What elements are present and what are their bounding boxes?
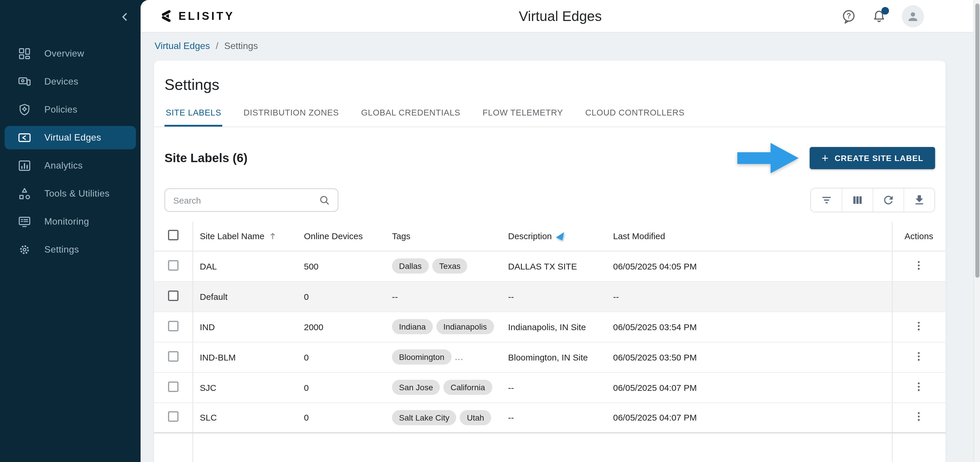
tab-site-labels[interactable]: SITE LABELS — [164, 108, 223, 127]
page-scrollbar[interactable] — [974, 0, 980, 462]
cell-online-devices: 2000 — [297, 312, 385, 342]
create-site-label-button-label: CREATE SITE LABEL — [834, 153, 923, 163]
table-filler-row — [154, 433, 946, 462]
filter-button[interactable] — [811, 188, 842, 212]
page-title: Settings — [154, 61, 946, 94]
tag-chip: California — [444, 380, 492, 395]
row-actions-kebab-icon[interactable] — [913, 350, 926, 363]
sidebar-item-label: Virtual Edges — [45, 132, 101, 143]
notification-badge-dot — [881, 7, 889, 14]
cell-tags: Salt Lake City Utah — [385, 403, 501, 433]
elisity-logo: ELISITY — [159, 9, 235, 23]
section-actions: + CREATE SITE LABEL — [738, 140, 935, 176]
breadcrumb: Virtual Edges / Settings — [141, 33, 980, 59]
cell-description: DALLAS TX SITE — [501, 251, 606, 281]
cell-description: -- — [501, 403, 606, 433]
cell-last-modified: 06/05/2025 03:50 PM — [606, 342, 892, 372]
topbar-actions: ? — [841, 5, 924, 27]
cell-online-devices: 500 — [297, 251, 385, 281]
cell-last-modified: 06/05/2025 04:07 PM — [606, 403, 892, 433]
sidebar-item-label: Settings — [45, 244, 79, 255]
row-checkbox[interactable] — [168, 351, 178, 362]
sidebar-item-label: Overview — [45, 48, 84, 59]
tag-chip: Indiana — [392, 319, 433, 334]
table-controls-row — [154, 184, 946, 221]
sidebar-item-label: Devices — [45, 76, 78, 87]
cell-online-devices: 0 — [297, 281, 385, 312]
avatar[interactable] — [902, 5, 924, 27]
table-row[interactable]: SLC 0 Salt Lake City Utah -- 06/05/2025 … — [154, 403, 946, 433]
tag-chip: Bloomington — [392, 349, 452, 365]
row-actions-kebab-icon[interactable] — [913, 319, 926, 332]
sidebar-item-overview[interactable]: Overview — [5, 42, 136, 65]
app-window: Overview Devices Policies Virtual Edges — [0, 0, 980, 462]
search-input[interactable] — [173, 195, 318, 205]
refresh-button[interactable] — [873, 188, 904, 212]
column-header-site-label-name[interactable]: Site Label Name — [192, 221, 297, 251]
row-checkbox[interactable] — [168, 411, 178, 422]
virtual-edge-icon — [18, 131, 32, 145]
row-checkbox[interactable] — [168, 381, 178, 392]
tag-chip: Dallas — [392, 258, 429, 274]
sidebar-item-tools-utilities[interactable]: Tools & Utilities — [5, 182, 136, 206]
column-header-tags[interactable]: Tags — [385, 221, 501, 251]
sidebar-item-virtual-edges[interactable]: Virtual Edges — [5, 126, 136, 149]
sidebar-item-analytics[interactable]: Analytics — [5, 154, 136, 177]
notifications-bell-icon[interactable] — [872, 8, 887, 24]
shapes-icon — [18, 187, 32, 201]
tag-chip: Utah — [460, 410, 491, 425]
cell-site-label-name: DAL — [192, 251, 297, 281]
tab-distribution-zones[interactable]: DISTRIBUTION ZONES — [242, 108, 340, 127]
table-row[interactable]: IND 2000 Indiana Indianapolis Indianapol… — [154, 312, 946, 342]
table-row[interactable]: IND-BLM 0 Bloomington ... Bloomington, I… — [154, 342, 946, 372]
cell-tags: San Jose California — [385, 372, 501, 403]
cell-online-devices: 0 — [297, 372, 385, 403]
tag-chip: Texas — [432, 258, 468, 274]
select-all-checkbox[interactable] — [168, 230, 178, 241]
row-checkbox[interactable] — [168, 260, 178, 270]
row-actions-kebab-icon[interactable] — [913, 410, 926, 423]
sidebar-item-devices[interactable]: Devices — [5, 70, 136, 93]
help-icon[interactable]: ? — [841, 8, 856, 24]
tab-global-credentials[interactable]: GLOBAL CREDENTIALS — [360, 108, 462, 127]
shield-gear-icon — [18, 103, 32, 117]
annotation-arrow-icon — [738, 140, 800, 176]
column-header-last-modified[interactable]: Last Modified — [606, 221, 892, 251]
tab-flow-telemetry[interactable]: FLOW TELEMETRY — [481, 108, 564, 127]
create-site-label-button[interactable]: + CREATE SITE LABEL — [810, 147, 935, 169]
table-row[interactable]: DAL 500 Dallas Texas DALLAS TX SITE 06/0… — [154, 251, 946, 281]
row-actions-kebab-icon[interactable] — [913, 259, 926, 272]
columns-button[interactable] — [842, 188, 873, 212]
breadcrumb-link-virtual-edges[interactable]: Virtual Edges — [154, 41, 210, 51]
sidebar-collapse-chevron-icon[interactable] — [118, 11, 131, 23]
cursor-icon — [555, 232, 565, 241]
breadcrumb-separator: / — [216, 41, 218, 51]
cell-online-devices: 0 — [297, 403, 385, 433]
sidebar-item-settings[interactable]: Settings — [5, 238, 136, 261]
column-header-online-devices[interactable]: Online Devices — [297, 221, 385, 251]
download-button[interactable] — [904, 188, 934, 212]
dashboard-icon — [18, 47, 32, 61]
scrollbar-thumb[interactable] — [975, 3, 979, 278]
row-actions-kebab-icon[interactable] — [913, 380, 926, 393]
cell-site-label-name: SLC — [192, 403, 297, 433]
tab-cloud-controllers[interactable]: CLOUD CONTROLLERS — [584, 108, 686, 127]
plus-icon: + — [822, 152, 829, 164]
download-icon — [913, 194, 926, 207]
column-header-description[interactable]: Description — [501, 221, 606, 251]
cell-last-modified: -- — [606, 281, 892, 312]
table-row[interactable]: SJC 0 San Jose California -- 06/05/2025 … — [154, 372, 946, 403]
cell-tags: Dallas Texas — [385, 251, 501, 281]
refresh-icon — [882, 194, 895, 207]
sidebar-item-monitoring[interactable]: Monitoring — [5, 210, 136, 233]
cell-description: -- — [501, 372, 606, 403]
cell-site-label-name: Default — [192, 281, 297, 312]
sidebar-nav: Overview Devices Policies Virtual Edges — [0, 42, 141, 261]
table-row[interactable]: Default 0 -- -- -- — [154, 281, 946, 312]
sidebar-item-policies[interactable]: Policies — [5, 98, 136, 121]
settings-card: Settings SITE LABELS DISTRIBUTION ZONES … — [154, 61, 946, 462]
row-checkbox[interactable] — [168, 320, 178, 331]
monitor-list-icon — [18, 215, 32, 229]
elisity-logo-mark-icon — [159, 9, 174, 23]
row-checkbox[interactable] — [168, 290, 178, 301]
